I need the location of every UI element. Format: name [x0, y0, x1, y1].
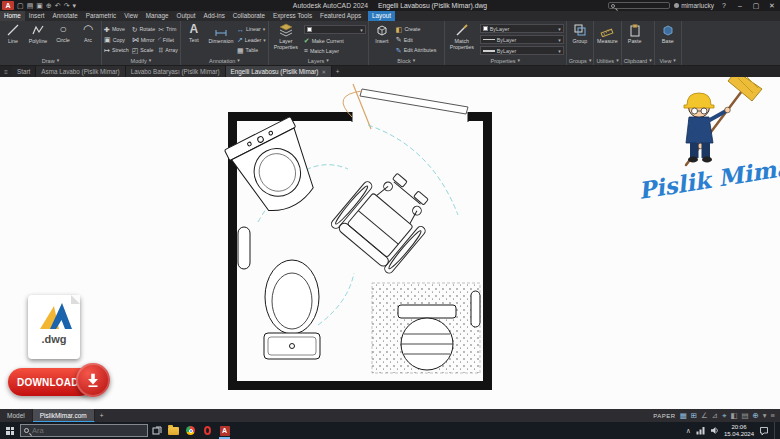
door[interactable]	[343, 84, 468, 129]
base-view-button[interactable]: Base	[657, 22, 679, 57]
tab-express-tools[interactable]: Express Tools	[269, 11, 316, 21]
trim-button[interactable]: ✂Trim	[158, 26, 178, 33]
task-view-button[interactable]	[148, 422, 165, 439]
array-button[interactable]: ⠿Array	[158, 47, 178, 54]
tray-chevron-icon[interactable]: ∧	[686, 427, 691, 435]
tab-layout-contextual[interactable]: Layout	[368, 11, 395, 21]
new-file-icon[interactable]: ▢	[17, 0, 24, 11]
taskbar-clock[interactable]: 20:06 15.04.2024	[724, 424, 754, 438]
color-dropdown[interactable]: ByLayer ▾	[480, 24, 564, 33]
transparency-icon[interactable]: ▤	[741, 409, 748, 422]
tab-output[interactable]: Output	[173, 11, 200, 21]
panel-label-layers[interactable]: Layers ▾	[271, 57, 366, 65]
create-block-button[interactable]: ◧Create	[396, 26, 442, 33]
minimize-button[interactable]: –	[734, 0, 746, 11]
panel-label-properties[interactable]: Properties ▾	[447, 57, 564, 65]
notification-center-icon[interactable]	[759, 426, 769, 436]
scale-button[interactable]: ◰Scale	[132, 47, 155, 54]
dimension-button[interactable]: Dimension	[208, 22, 234, 57]
tab-addins[interactable]: Add-ins	[199, 11, 228, 21]
titlebar-search-field[interactable]	[608, 2, 670, 9]
lineweight-dropdown[interactable]: ByLayer ▾	[480, 46, 564, 55]
shower-area[interactable]	[372, 283, 480, 373]
measure-button[interactable]: Measure	[596, 22, 618, 57]
model-tab[interactable]: Model	[0, 409, 33, 422]
layout-tab-pislikmimar[interactable]: PislikMimar.com	[33, 409, 95, 422]
paste-button[interactable]: Paste	[624, 22, 646, 57]
file-tab-start[interactable]: Start	[12, 66, 36, 77]
panel-label-clipboard[interactable]: Clipboard ▾	[624, 57, 652, 65]
match-properties-button[interactable]: Match Properties	[447, 22, 477, 57]
panel-label-groups[interactable]: Groups ▾	[569, 57, 592, 65]
grid-icon[interactable]: ▦	[680, 409, 687, 422]
search-input[interactable]	[32, 426, 144, 435]
opera-button[interactable]	[199, 422, 216, 439]
linetype-dropdown[interactable]: ByLayer ▾	[480, 35, 564, 44]
snap-icon[interactable]: ⊞	[691, 409, 697, 422]
help-icon[interactable]: ?	[718, 0, 730, 11]
insert-block-button[interactable]: Insert	[371, 22, 393, 57]
panel-label-draw[interactable]: Draw ▾	[2, 57, 99, 65]
close-tab-icon[interactable]: ✕	[321, 69, 326, 75]
show-desktop-button[interactable]	[774, 422, 778, 439]
group-button[interactable]: Group	[569, 22, 591, 57]
autocad-taskbar-button[interactable]: A	[216, 422, 233, 439]
download-arrow-icon[interactable]	[76, 363, 110, 397]
tab-insert[interactable]: Insert	[25, 11, 49, 21]
osnap-icon[interactable]: ⌖	[722, 409, 726, 422]
panel-label-utilities[interactable]: Utilities ▾	[596, 57, 618, 65]
match-layer-button[interactable]: ≡Match Layer	[304, 47, 366, 54]
file-explorer-button[interactable]	[165, 422, 182, 439]
tab-manage[interactable]: Manage	[142, 11, 173, 21]
circle-button[interactable]: ○ Circle	[52, 22, 74, 57]
open-file-icon[interactable]: ▤	[27, 0, 34, 11]
tab-collaborate[interactable]: Collaborate	[229, 11, 269, 21]
file-tab-asma-lavabo[interactable]: Asma Lavabo (Pislik Mimar)	[36, 66, 125, 77]
taskbar-search[interactable]	[20, 424, 148, 437]
panel-label-modify[interactable]: Modify ▾	[104, 57, 178, 65]
copy-button[interactable]: ▣Copy	[104, 36, 129, 43]
edit-attributes-button[interactable]: ✎Edit Attributes	[396, 47, 442, 54]
file-tab-engelli-lavabosu[interactable]: Engelli Lavabosu (Pislik Mimar) ✕	[226, 66, 332, 77]
undo-icon[interactable]: ↶	[55, 0, 61, 11]
fillet-button[interactable]: ◜Fillet	[158, 36, 178, 43]
chrome-button[interactable]	[182, 422, 199, 439]
redo-icon[interactable]: ↷	[64, 0, 70, 11]
autocad-logo-icon[interactable]: A	[2, 1, 14, 10]
workspace-caret-icon[interactable]: ▾	[763, 409, 767, 422]
tab-annotate[interactable]: Annotate	[49, 11, 82, 21]
layer-properties-button[interactable]: Layer Properties	[271, 22, 301, 57]
close-button[interactable]: ✕	[766, 0, 778, 11]
arc-button[interactable]: ◠ Arc	[77, 22, 99, 57]
line-button[interactable]: Line	[2, 22, 24, 57]
qat-caret-icon[interactable]: ▾	[73, 0, 77, 11]
space-label[interactable]: PAPER	[653, 413, 675, 419]
ortho-icon[interactable]: ⊿	[712, 409, 718, 422]
panel-label-view[interactable]: View ▾	[657, 57, 679, 65]
text-button[interactable]: A Text	[183, 22, 205, 57]
washbasin[interactable]	[224, 116, 327, 222]
polyline-button[interactable]: Polyline	[27, 22, 49, 57]
panel-label-block[interactable]: Block ▾	[371, 57, 442, 65]
edit-block-button[interactable]: ✎Edit	[396, 36, 442, 43]
panel-label-annotation[interactable]: Annotation ▾	[183, 57, 266, 65]
polar-tracking-icon[interactable]: ∠	[701, 409, 708, 422]
layer-dropdown[interactable]: ▾	[304, 25, 366, 34]
wheelchair-symbol[interactable]	[330, 161, 443, 275]
mirror-button[interactable]: ⋈Mirror	[132, 36, 155, 43]
annotation-scale-icon[interactable]: ⊕	[753, 409, 759, 422]
tab-view[interactable]: View	[120, 11, 142, 21]
drawing-canvas[interactable]: Pislik Mimar .dwg DOWNLOAD	[0, 77, 780, 409]
new-drawing-tab-button[interactable]: +	[332, 66, 343, 77]
tab-featured-apps[interactable]: Featured Apps	[316, 11, 365, 21]
file-tab-lavabo-bataryasi[interactable]: Lavabo Bataryası (Pislik Mimar)	[126, 66, 226, 77]
make-current-button[interactable]: ✔Make Current	[304, 37, 366, 44]
grab-bar-left[interactable]	[238, 227, 250, 269]
move-button[interactable]: ✚Move	[104, 26, 129, 33]
new-layout-button[interactable]: +	[95, 409, 109, 422]
leader-dropdown[interactable]: ↗Leader▾	[237, 36, 266, 43]
table-button[interactable]: ▦Table	[237, 47, 266, 54]
network-icon[interactable]	[696, 426, 705, 435]
customize-icon[interactable]: ≡	[771, 409, 775, 422]
rotate-button[interactable]: ↻Rotate	[132, 26, 155, 33]
